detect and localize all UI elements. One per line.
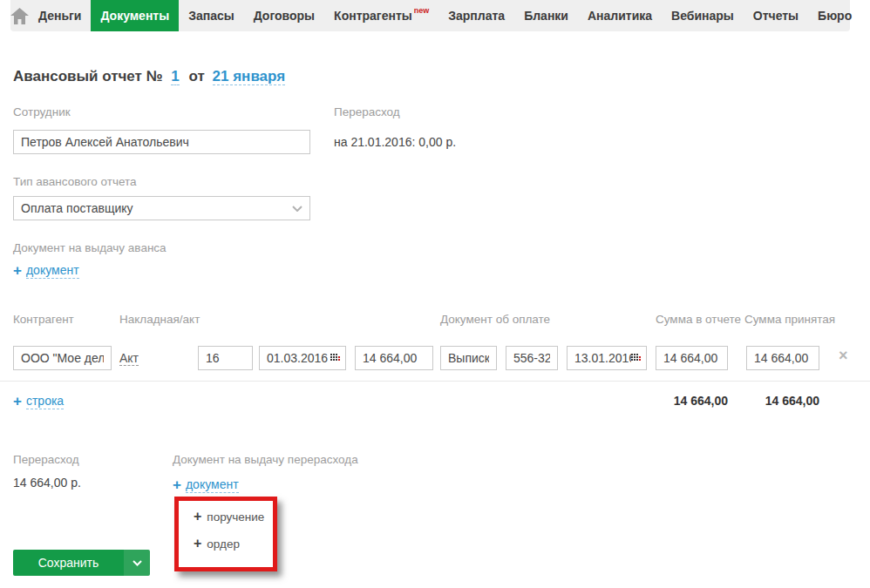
doc-type-link[interactable]: Акт [119, 351, 139, 366]
report-number-link[interactable]: 1 [171, 68, 179, 85]
tab-dogovory[interactable]: Договоры [244, 0, 324, 31]
payment-type-input[interactable] [440, 346, 497, 370]
payment-date-input[interactable] [574, 351, 631, 365]
doc-sum-input[interactable] [355, 346, 433, 370]
nav-tabs: Деньги Документы Запасы Договоры Контраг… [29, 0, 861, 31]
tab-blanki[interactable]: Бланки [514, 0, 578, 31]
employee-label: Сотрудник [13, 105, 71, 118]
add-advance-doc-link[interactable]: + документ [13, 263, 79, 279]
home-icon [10, 8, 29, 24]
page-title: Авансовый отчет № 1 от 21 января [13, 68, 285, 85]
menu-item-poruchenie[interactable]: + поручение [194, 510, 273, 524]
overspend-value: 14 664,00 р. [13, 476, 81, 490]
chevron-down-icon [133, 560, 142, 566]
report-type-select[interactable]: Оплата поставщику [13, 196, 310, 220]
overspend-label: Перерасход [13, 453, 79, 466]
tab-kontragenty[interactable]: Контрагенты new [324, 0, 438, 31]
calendar-icon[interactable] [631, 354, 641, 363]
total-sum-accepted: 14 664,00 [746, 394, 819, 408]
doc-date-input[interactable] [267, 351, 330, 365]
tab-analitika[interactable]: Аналитика [578, 0, 662, 31]
header-sum-accepted: Сумма принятая [744, 313, 835, 326]
plus-icon: + [13, 263, 22, 278]
tab-dengi[interactable]: Деньги [29, 0, 91, 31]
report-type-label: Тип авансового отчета [13, 175, 137, 188]
save-button-label[interactable]: Сохранить [13, 550, 124, 576]
advance-doc-label: Документ на выдачу аванса [13, 241, 167, 254]
title-text-middle: от [189, 68, 205, 84]
header-sum-in-report: Сумма в отчете [656, 313, 741, 326]
tab-zarplata[interactable]: Зарплата [438, 0, 514, 31]
menu-item-order[interactable]: + ордер [194, 537, 273, 551]
doc-date-field[interactable] [259, 346, 346, 370]
payment-number-input[interactable] [506, 346, 558, 370]
add-row-link[interactable]: + строка [13, 394, 64, 409]
overspend-top-label: Перерасход [334, 105, 400, 118]
header-payment-doc: Документ об оплате [440, 313, 550, 326]
new-badge: new [414, 6, 430, 15]
sum-accepted-input[interactable] [746, 346, 819, 370]
table-separator [0, 381, 870, 382]
report-type-value: Оплата поставщику [21, 201, 292, 215]
chevron-down-icon [292, 206, 302, 212]
report-date-link[interactable]: 21 января [213, 68, 286, 85]
sum-in-report-input[interactable] [656, 346, 728, 370]
header-contractor: Контрагент [13, 313, 74, 326]
plus-icon: + [13, 394, 22, 409]
overspend-top-value: на 21.01.2016: 0,00 р. [334, 135, 456, 149]
employee-input[interactable] [13, 130, 310, 154]
overspend-doc-label: Документ на выдачу перерасхода [173, 453, 358, 466]
top-nav: Деньги Документы Запасы Договоры Контраг… [10, 0, 850, 31]
doc-number-input[interactable] [198, 346, 253, 370]
add-overspend-doc-link[interactable]: + документ [173, 477, 239, 493]
title-text: Авансовый отчет № [13, 68, 163, 84]
total-sum-in-report: 14 664,00 [656, 394, 728, 408]
save-button[interactable]: Сохранить [13, 550, 150, 576]
calendar-icon[interactable] [330, 354, 340, 363]
home-button[interactable] [10, 0, 29, 31]
delete-row-icon[interactable]: × [839, 348, 848, 363]
payment-date-field[interactable] [567, 346, 647, 370]
contractor-input[interactable] [13, 346, 112, 370]
overspend-doc-menu: + поручение + ордер [174, 497, 277, 571]
plus-icon: + [194, 510, 201, 524]
tab-dokumenty[interactable]: Документы [91, 0, 179, 31]
tab-byuro[interactable]: Бюро [808, 0, 861, 31]
tab-vebinary[interactable]: Вебинары [662, 0, 744, 31]
plus-icon: + [173, 477, 181, 492]
header-invoice: Накладная/акт [119, 313, 200, 326]
plus-icon: + [194, 537, 201, 551]
tab-zapasy[interactable]: Запасы [179, 0, 244, 31]
save-options-toggle[interactable] [124, 550, 150, 576]
tab-otchety[interactable]: Отчеты [744, 0, 808, 31]
